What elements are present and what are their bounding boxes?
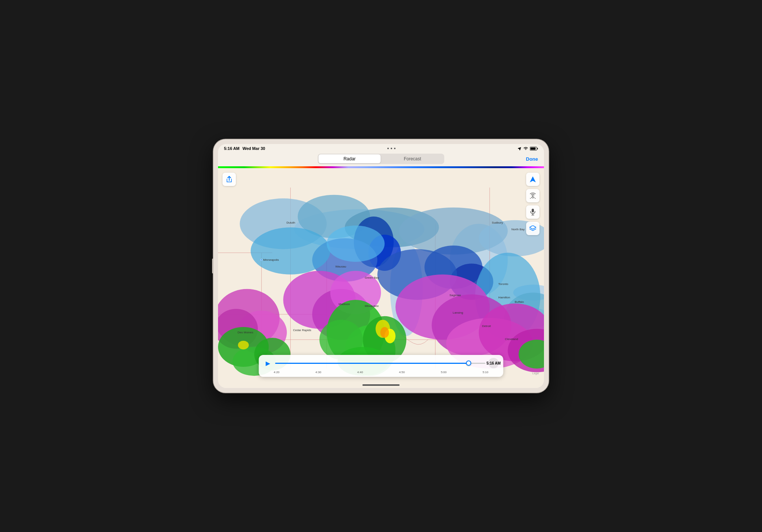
timeline-labels: 4:20 4:30 4:40 4:50 5:00 5:10 (263, 371, 499, 374)
timeline-track[interactable] (275, 363, 486, 364)
svg-marker-0 (518, 147, 522, 150)
svg-point-30 (327, 225, 385, 262)
status-right (518, 147, 538, 151)
wifi-icon (524, 147, 528, 150)
svg-rect-2 (537, 148, 538, 149)
layers-button[interactable] (526, 222, 540, 235)
share-icon (226, 176, 232, 183)
battery-icon (530, 147, 538, 151)
svg-point-58 (532, 195, 534, 197)
dot3 (394, 148, 396, 149)
time-label-5: 5:10 (483, 371, 489, 374)
ipad-screen: 5:16 AM Wed Mar 30 (218, 144, 544, 388)
svg-point-56 (380, 327, 389, 338)
time-label-3: 4:50 (399, 371, 405, 374)
playback-top: ▶ 5:16 AM (263, 358, 499, 368)
playback-bar: ▶ 5:16 AM 4:20 4:30 4:40 4:50 5:00 (259, 355, 503, 377)
map-container[interactable]: Minneapolis Duluth Wausau Green Bay Madi… (218, 168, 544, 388)
date-display: Wed Mar 30 (243, 146, 265, 151)
tab-radar[interactable]: Radar (318, 154, 381, 163)
play-button[interactable]: ▶ (263, 359, 272, 368)
svg-marker-62 (529, 225, 536, 229)
ipad-frame: 5:16 AM Wed Mar 30 (214, 140, 548, 392)
current-time: 5:16 AM (487, 361, 501, 365)
broadcast-icon (529, 193, 536, 199)
time-display: 5:16 AM (224, 146, 240, 151)
time-label-4: 5:00 (441, 371, 447, 374)
status-center (387, 148, 396, 149)
legal-text: Legal (532, 372, 539, 375)
timeline-progress (275, 363, 469, 364)
location-status-icon (518, 147, 522, 150)
broadcast-button[interactable] (526, 189, 540, 202)
left-toolbar (222, 173, 236, 186)
svg-rect-59 (532, 209, 534, 212)
right-toolbar (526, 173, 540, 235)
tab-forecast[interactable]: Forecast (381, 154, 444, 163)
layers-icon (529, 225, 536, 231)
time-label-0: 4:20 (274, 371, 280, 374)
location-button[interactable] (526, 173, 540, 186)
svg-rect-3 (531, 147, 536, 150)
dot2 (391, 148, 392, 149)
home-indicator (362, 384, 400, 386)
status-bar: 5:16 AM Wed Mar 30 (218, 144, 544, 152)
microphone-icon (530, 209, 535, 215)
status-left: 5:16 AM Wed Mar 30 (224, 146, 265, 151)
location-arrow-icon (529, 176, 536, 183)
microphone-button[interactable] (526, 205, 540, 219)
time-label-2: 4:40 (357, 371, 363, 374)
share-button[interactable] (222, 173, 236, 186)
done-button[interactable]: Done (526, 156, 538, 162)
volume-button[interactable] (212, 259, 214, 273)
dot1 (387, 148, 389, 149)
time-circle: 5:16 AM (489, 358, 499, 368)
svg-point-54 (238, 341, 249, 349)
svg-marker-57 (530, 176, 536, 182)
timeline-thumb (466, 360, 471, 366)
nav-bar: Radar Forecast Done (218, 152, 544, 166)
time-label-1: 4:30 (316, 371, 321, 374)
svg-point-29 (251, 227, 330, 275)
segment-control: Radar Forecast (318, 154, 444, 164)
